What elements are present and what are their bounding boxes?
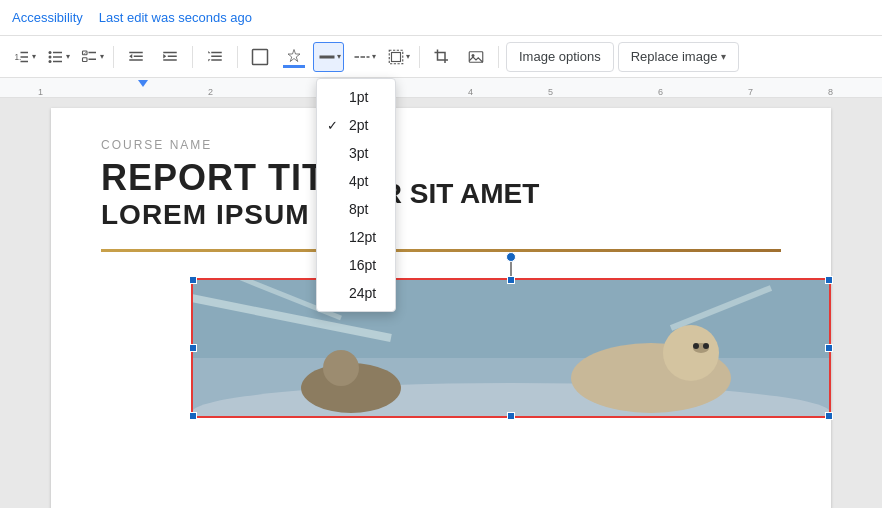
replace-image-button[interactable]: Replace image ▾ (618, 42, 740, 72)
dropdown-item-12pt[interactable]: 12pt (317, 223, 395, 251)
svg-rect-3 (20, 60, 28, 62)
svg-rect-8 (53, 56, 62, 58)
border-position-icon (387, 48, 405, 66)
dropdown-item-3pt[interactable]: 3pt (317, 139, 395, 167)
ruler-mark-4: 4 (468, 87, 473, 97)
svg-point-5 (48, 55, 51, 58)
svg-rect-13 (82, 57, 87, 61)
crop-button[interactable] (427, 42, 457, 72)
dropdown-item-4pt[interactable]: 4pt (317, 167, 395, 195)
border-position-arrow: ▾ (406, 52, 410, 61)
separator-3 (237, 46, 238, 68)
separator-2 (192, 46, 193, 68)
ruler-mark-7: 7 (748, 87, 753, 97)
dropdown-item-2pt[interactable]: 2pt (317, 111, 395, 139)
decrease-indent-icon (127, 48, 145, 66)
image-container[interactable] (191, 278, 831, 418)
border-weight-arrow: ▾ (337, 52, 341, 61)
image-options-label: Image options (519, 49, 601, 64)
svg-text:✓: ✓ (83, 49, 87, 55)
accessibility-link[interactable]: Accessibility (12, 10, 83, 25)
bulleted-list-icon (47, 48, 65, 66)
checklist-arrow: ▾ (100, 52, 104, 61)
ruler: 1 2 3 4 5 6 7 8 (0, 78, 882, 98)
lorem-ipsum-text: LOREM IPSUM (101, 198, 348, 232)
report-title-text: REPORT TITL (101, 157, 348, 198)
svg-rect-34 (391, 52, 400, 61)
image-placeholder (191, 278, 831, 418)
numbered-list-button[interactable]: 1. ▾ (8, 42, 38, 72)
increase-indent-icon (161, 48, 179, 66)
replace-image-arrow: ▾ (721, 51, 726, 62)
svg-rect-12 (88, 51, 96, 53)
rotate-handle[interactable] (506, 252, 516, 262)
last-edit-status: Last edit was seconds ago (99, 10, 252, 25)
bulleted-list-button[interactable]: ▾ (42, 42, 72, 72)
report-title: REPORT TITL (101, 158, 348, 198)
svg-rect-17 (129, 59, 143, 61)
separator-1 (113, 46, 114, 68)
page: COURSE NAME REPORT TITL LOREM IPSUM OR S… (51, 108, 831, 508)
top-bar: Accessibility Last edit was seconds ago (0, 0, 882, 36)
svg-rect-25 (211, 59, 222, 61)
svg-marker-26 (208, 51, 210, 53)
svg-point-4 (48, 51, 51, 54)
border-style-button[interactable] (245, 42, 275, 72)
course-name: COURSE NAME (101, 138, 781, 152)
svg-point-43 (663, 325, 719, 381)
rotation-line (510, 260, 512, 278)
svg-point-45 (693, 343, 699, 349)
svg-rect-9 (53, 60, 62, 62)
svg-rect-2 (20, 56, 28, 58)
svg-rect-24 (211, 55, 222, 57)
checklist-button[interactable]: ✓ ▾ (76, 42, 106, 72)
svg-marker-18 (129, 54, 132, 59)
border-weight-icon (318, 48, 336, 66)
bulleted-list-arrow: ▾ (66, 52, 70, 61)
ruler-mark-1: 1 (38, 87, 43, 97)
increase-indent-button[interactable] (155, 42, 185, 72)
dropdown-item-8pt[interactable]: 8pt (317, 195, 395, 223)
lorem-ipsum-label: LOREM IPSUM (101, 199, 310, 230)
line-spacing-icon (206, 48, 224, 66)
ruler-mark-2: 2 (208, 87, 213, 97)
border-weight-button[interactable]: ▾ (313, 42, 344, 72)
dropdown-item-16pt[interactable]: 16pt (317, 251, 395, 279)
gold-divider-line (101, 249, 781, 252)
border-color-icon (285, 48, 303, 66)
svg-point-6 (48, 60, 51, 63)
numbered-list-arrow: ▾ (32, 52, 36, 61)
border-position-button[interactable]: ▾ (382, 42, 412, 72)
svg-point-46 (703, 343, 709, 349)
decrease-indent-button[interactable] (121, 42, 151, 72)
ruler-mark-6: 6 (658, 87, 663, 97)
svg-rect-14 (88, 58, 96, 60)
svg-rect-1 (20, 51, 28, 53)
svg-rect-29 (320, 55, 335, 58)
line-spacing-button[interactable] (200, 42, 230, 72)
ruler-indent-marker (138, 80, 148, 87)
border-dash-button[interactable]: ▾ (348, 42, 378, 72)
svg-rect-23 (211, 51, 222, 53)
document-area: COURSE NAME REPORT TITL LOREM IPSUM OR S… (0, 98, 882, 508)
numbered-list-icon: 1. (13, 48, 31, 66)
ruler-inner: 1 2 3 4 5 6 7 8 (8, 78, 874, 97)
dropdown-item-1pt[interactable]: 1pt (317, 83, 395, 111)
border-style-icon (251, 48, 269, 66)
svg-rect-7 (53, 51, 62, 53)
ruler-mark-5: 5 (548, 87, 553, 97)
separator-5 (498, 46, 499, 68)
image-options-button[interactable]: Image options (506, 42, 614, 72)
toolbar: 1. ▾ ▾ ✓ ▾ (0, 36, 882, 78)
svg-rect-16 (134, 55, 143, 57)
svg-rect-19 (163, 51, 177, 53)
border-dash-icon (353, 48, 371, 66)
svg-marker-27 (208, 59, 210, 61)
svg-text:1.: 1. (14, 53, 21, 62)
dropdown-item-24pt[interactable]: 24pt (317, 279, 395, 307)
svg-rect-15 (129, 51, 143, 53)
image-placeholder-icon (467, 48, 485, 66)
image-placeholder-button[interactable] (461, 42, 491, 72)
ruler-mark-8: 8 (828, 87, 833, 97)
border-color-button[interactable] (279, 42, 309, 72)
